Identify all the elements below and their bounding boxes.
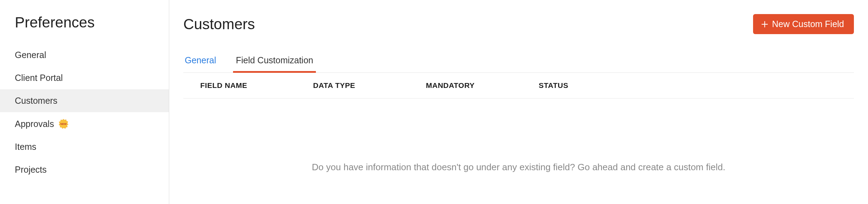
sidebar-item-label: Customers <box>15 96 57 106</box>
sidebar-item-client-portal[interactable]: Client Portal <box>0 66 169 89</box>
svg-text:NEW: NEW <box>60 122 67 126</box>
sidebar-item-label: Projects <box>15 165 47 175</box>
tab-label: Field Customization <box>236 55 313 65</box>
column-header-mandatory: MANDATORY <box>426 81 539 90</box>
empty-state-message: Do you have information that doesn't go … <box>183 98 854 173</box>
tab-field-customization[interactable]: Field Customization <box>234 55 315 72</box>
new-badge-icon: NEW <box>58 119 69 129</box>
table-header-row: FIELD NAME DATA TYPE MANDATORY STATUS <box>183 73 854 98</box>
sidebar-item-approvals[interactable]: Approvals NEW <box>0 112 169 135</box>
tabs: General Field Customization <box>183 55 854 73</box>
sidebar-item-label: General <box>15 50 46 60</box>
column-header-field-name: FIELD NAME <box>200 81 313 90</box>
main-content: Customers New Custom Field General Field… <box>169 0 868 204</box>
page-title: Customers <box>183 16 255 33</box>
column-header-data-type: DATA TYPE <box>313 81 426 90</box>
sidebar-item-projects[interactable]: Projects <box>0 158 169 181</box>
new-button-label: New Custom Field <box>772 19 844 29</box>
sidebar: Preferences General Client Portal Custom… <box>0 0 169 204</box>
new-custom-field-button[interactable]: New Custom Field <box>753 14 854 34</box>
sidebar-item-general[interactable]: General <box>0 44 169 66</box>
sidebar-item-items[interactable]: Items <box>0 135 169 158</box>
sidebar-item-label: Items <box>15 142 36 152</box>
main-header: Customers New Custom Field <box>183 14 854 34</box>
tab-general[interactable]: General <box>183 55 218 72</box>
sidebar-item-label: Client Portal <box>15 73 63 83</box>
sidebar-item-label: Approvals <box>15 119 54 129</box>
sidebar-title: Preferences <box>0 14 169 44</box>
tab-label: General <box>185 55 216 65</box>
column-header-status: STATUS <box>539 81 854 90</box>
sidebar-item-customers[interactable]: Customers <box>0 89 169 112</box>
plus-icon <box>760 20 769 29</box>
